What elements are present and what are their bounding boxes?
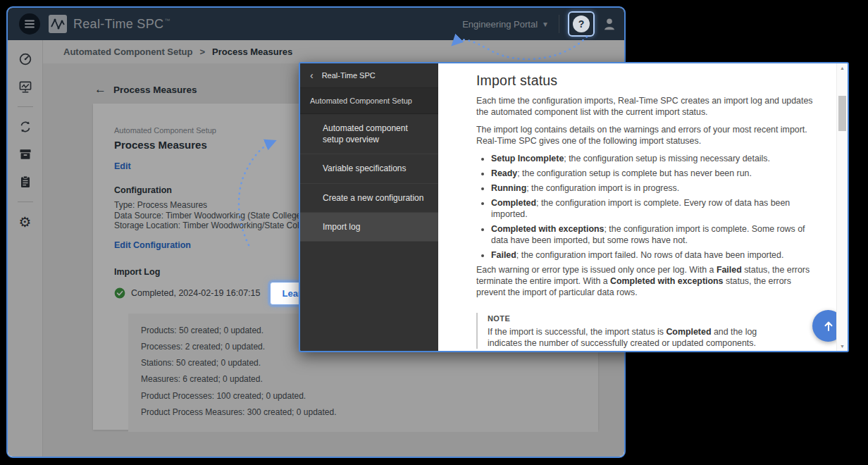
chevron-left-icon: ‹ bbox=[310, 70, 314, 81]
help-article: Import status Each time the configuratio… bbox=[438, 63, 848, 351]
screenshot-canvas: Real-Time SPC™ Engineering Portal ▼ ? bbox=[0, 0, 868, 465]
note-label: NOTE bbox=[488, 313, 790, 324]
status-bullet: Completed with exceptions; the configura… bbox=[491, 223, 822, 246]
scrollbar-down-icon[interactable]: ▼ bbox=[837, 344, 848, 349]
scrollbar-up-icon[interactable]: ▲ bbox=[837, 66, 848, 70]
help-nav-back[interactable]: ‹ Real-Time SPC bbox=[300, 63, 438, 88]
note-text: If the import is successful, the import … bbox=[488, 326, 790, 349]
status-bullet: Failed; the configuration import failed.… bbox=[491, 249, 822, 261]
help-paragraph-1: Each time the configuration imports, Rea… bbox=[476, 95, 822, 118]
help-nav-item[interactable]: Automated component setup overview bbox=[300, 114, 438, 154]
help-paragraph-3: Each warning or error type is issued onl… bbox=[476, 264, 822, 298]
status-bullet-list: Setup Incomplete; the configuration setu… bbox=[476, 153, 822, 261]
help-scrollbar[interactable]: ▲ ▼ bbox=[836, 63, 848, 351]
help-nav-back-label: Real-Time SPC bbox=[322, 71, 376, 80]
help-button-highlight[interactable]: ? bbox=[568, 11, 595, 37]
help-paragraph-2: The import log contains details on the w… bbox=[476, 124, 822, 147]
help-nav-item[interactable]: Create a new configuration bbox=[300, 184, 438, 213]
help-article-title: Import status bbox=[476, 75, 822, 86]
help-nav-section: Automated Component Setup bbox=[300, 88, 438, 114]
help-nav-item[interactable]: Variable specifications bbox=[300, 154, 438, 183]
status-bullet: Completed; the configuration import is c… bbox=[491, 197, 822, 220]
note-block: NOTE If the import is successful, the im… bbox=[476, 313, 790, 349]
help-panel: ‹ Real-Time SPC Automated Component Setu… bbox=[299, 62, 849, 352]
scroll-to-top-icon bbox=[822, 320, 835, 333]
help-icon: ? bbox=[573, 16, 590, 32]
status-bullet: Setup Incomplete; the configuration setu… bbox=[491, 153, 822, 164]
help-nav: ‹ Real-Time SPC Automated Component Setu… bbox=[300, 63, 438, 351]
status-bullet: Running; the configuration import is in … bbox=[491, 182, 822, 194]
status-bullet: Ready; the configuration setup is comple… bbox=[491, 168, 822, 179]
scrollbar-thumb[interactable] bbox=[838, 96, 846, 131]
help-nav-item[interactable]: Import log bbox=[300, 213, 438, 242]
